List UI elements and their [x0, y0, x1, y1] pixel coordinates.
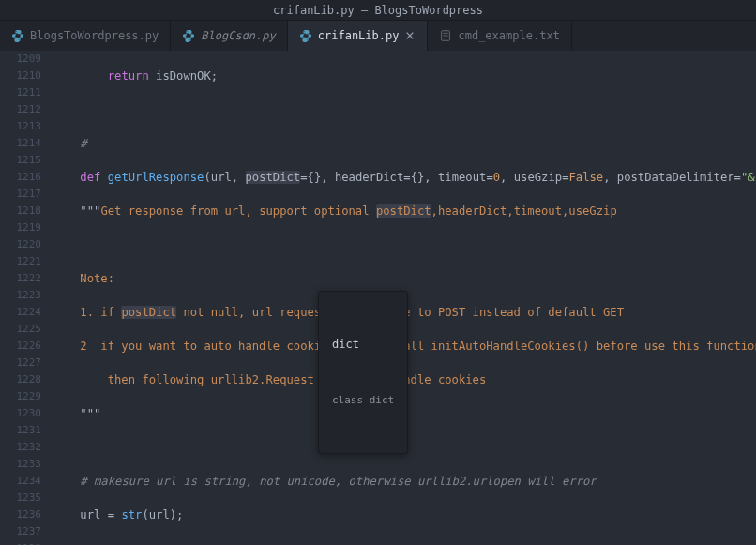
hint-subtitle: class dict [332, 391, 394, 410]
line-number: 1223 [0, 287, 41, 304]
code-line [53, 101, 756, 118]
hint-title: dict [332, 335, 394, 354]
window-title: crifanLib.py — BlogsToWordpress [273, 4, 483, 17]
line-number: 1232 [0, 439, 41, 456]
line-number: 1237 [0, 523, 41, 540]
line-number: 1229 [0, 388, 41, 405]
editor-area[interactable]: 1209 1210 1211 1212 1213 1214 1215 1216 … [0, 51, 756, 545]
line-number: 1231 [0, 422, 41, 439]
line-number: 1221 [0, 253, 41, 270]
code-line: def getUrlResponse(url, postDict={}, hea… [53, 169, 756, 186]
tab-cmd-example[interactable]: cmd_example.txt [428, 21, 571, 51]
code-content[interactable]: return isDownOK; #----------------------… [53, 51, 756, 545]
line-number: 1211 [0, 84, 41, 101]
window-titlebar: crifanLib.py — BlogsToWordpress [0, 0, 756, 21]
line-number: 1219 [0, 220, 41, 236]
line-number: 1216 [0, 169, 41, 186]
tab-crifanlib[interactable]: crifanLib.py [288, 21, 429, 51]
line-number: 1233 [0, 456, 41, 473]
line-number: 1222 [0, 270, 41, 287]
tab-label: crifanLib.py [318, 29, 400, 42]
line-number: 1228 [0, 371, 41, 388]
tab-blogcsdn[interactable]: BlogCsdn.py [171, 21, 287, 51]
line-number: 1220 [0, 236, 41, 253]
line-number: 1209 [0, 51, 41, 68]
code-line: return isDownOK; [53, 68, 756, 84]
line-number: 1238 [0, 540, 41, 545]
code-line [53, 540, 756, 545]
code-line [53, 236, 756, 253]
close-icon[interactable] [404, 30, 416, 41]
code-line: # makesure url is string, not unicode, o… [53, 473, 756, 490]
code-line: #---------------------------------------… [53, 135, 756, 152]
tab-bar: BlogsToWordpress.py BlogCsdn.py crifanLi… [0, 21, 756, 51]
code-line: url = str(url); [53, 507, 756, 523]
line-number: 1235 [0, 490, 41, 507]
text-file-icon [439, 29, 452, 42]
line-number: 1227 [0, 355, 41, 371]
python-icon [299, 29, 312, 42]
tab-label: BlogCsdn.py [201, 29, 275, 42]
line-number: 1214 [0, 135, 41, 152]
line-number: 1225 [0, 321, 41, 338]
line-number: 1213 [0, 118, 41, 135]
line-number: 1236 [0, 507, 41, 523]
line-number: 1210 [0, 68, 41, 84]
line-number: 1218 [0, 203, 41, 220]
completion-popup[interactable]: dict class dict [318, 291, 408, 454]
code-line: """Get response from url, support option… [53, 203, 756, 220]
python-icon [182, 29, 195, 42]
tab-label: BlogsToWordpress.py [30, 29, 159, 42]
line-number: 1230 [0, 405, 41, 422]
tab-blogstowordpress[interactable]: BlogsToWordpress.py [0, 21, 171, 51]
line-number: 1212 [0, 101, 41, 118]
line-number: 1215 [0, 152, 41, 169]
python-icon [11, 29, 24, 42]
line-number: 1234 [0, 473, 41, 490]
line-number: 1226 [0, 338, 41, 355]
tab-label: cmd_example.txt [458, 29, 559, 42]
code-line: Note: [53, 270, 756, 287]
line-number-gutter: 1209 1210 1211 1212 1213 1214 1215 1216 … [0, 51, 53, 545]
line-number: 1217 [0, 186, 41, 203]
line-number: 1224 [0, 304, 41, 321]
